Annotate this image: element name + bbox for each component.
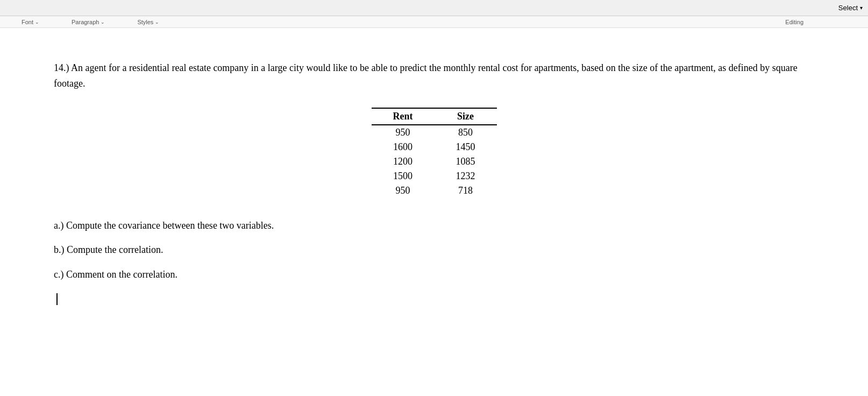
rent-cell: 1200 (372, 154, 435, 169)
sub-question-text: Compute the covariance between these two… (63, 220, 274, 231)
sub-question-b: b.) Compute the correlation. (54, 242, 814, 258)
sub-question-a: a.) Compute the covariance between these… (54, 217, 814, 234)
size-cell: 1232 (435, 169, 497, 183)
text-cursor (56, 293, 58, 305)
sub-questions-container: a.) Compute the covariance between these… (54, 217, 814, 283)
question-body: An agent for a residential real estate c… (54, 62, 798, 89)
select-label[interactable]: Select (838, 4, 858, 12)
size-cell: 718 (435, 183, 497, 199)
question-text: 14.) An agent for a residential real est… (54, 60, 814, 91)
document-area: 14.) An agent for a residential real est… (0, 28, 868, 394)
paragraph-group-label: Paragraph (72, 19, 99, 25)
col2-header: Size (435, 108, 497, 125)
table-row: 950 718 (372, 183, 497, 199)
data-table: Rent Size 950 850 1600 1450 1200 1085 15… (372, 108, 497, 199)
table-row: 1500 1232 (372, 169, 497, 183)
sub-question-text: Comment on the correlation. (63, 269, 177, 280)
cursor-line (54, 293, 814, 305)
data-table-container: Rent Size 950 850 1600 1450 1200 1085 15… (54, 108, 814, 199)
sub-question-label: c.) (54, 269, 63, 280)
paragraph-expand-icon[interactable]: ⌄ (101, 19, 105, 25)
toolbar: Select ▾ (0, 0, 868, 16)
size-cell: 850 (435, 125, 497, 140)
rent-cell: 950 (372, 183, 435, 199)
font-group-label: Font (22, 19, 33, 25)
ribbon-group-editing: Editing (785, 19, 836, 25)
size-cell: 1085 (435, 154, 497, 169)
editing-group-label: Editing (785, 19, 803, 25)
table-row: 1200 1085 (372, 154, 497, 169)
sub-question-label: a.) (54, 220, 63, 231)
sub-question-c: c.) Comment on the correlation. (54, 266, 814, 283)
font-expand-icon[interactable]: ⌄ (35, 19, 39, 25)
toolbar-right: Select ▾ (838, 4, 863, 12)
ribbon-labels: Font ⌄ Paragraph ⌄ Styles ⌄ Editing (0, 16, 868, 28)
ribbon-group-font: Font ⌄ (22, 19, 72, 25)
col1-header: Rent (372, 108, 435, 125)
size-cell: 1450 (435, 140, 497, 154)
sub-question-text: Compute the correlation. (65, 244, 163, 255)
rent-cell: 1500 (372, 169, 435, 183)
sub-question-label: b.) (54, 244, 65, 255)
rent-cell: 1600 (372, 140, 435, 154)
ribbon-group-paragraph: Paragraph ⌄ (72, 19, 137, 25)
table-row: 1600 1450 (372, 140, 497, 154)
table-row: 950 850 (372, 125, 497, 140)
select-dropdown-icon[interactable]: ▾ (860, 5, 863, 11)
styles-group-label: Styles (137, 19, 153, 25)
ribbon-group-styles: Styles ⌄ (137, 19, 191, 25)
rent-cell: 950 (372, 125, 435, 140)
question-number: 14.) (54, 62, 69, 73)
styles-expand-icon[interactable]: ⌄ (155, 19, 159, 25)
